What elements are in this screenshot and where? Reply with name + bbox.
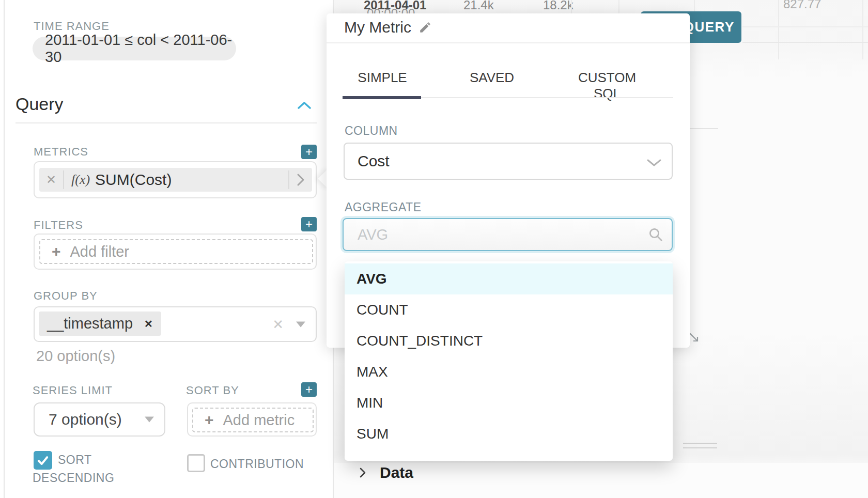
- column-select-value: Cost: [358, 152, 390, 170]
- add-metric-placeholder: Add metric: [223, 412, 295, 429]
- popover-divider: [327, 42, 690, 43]
- add-filter-dropzone[interactable]: + Add filter: [39, 239, 313, 264]
- tag-label: __timestamp: [47, 315, 133, 332]
- tab-custom-sql[interactable]: CUSTOM SQL: [563, 70, 651, 90]
- remove-metric-icon[interactable]: ✕: [39, 173, 63, 187]
- plus-icon: +: [305, 146, 313, 158]
- aggregate-label: AGGREGATE: [345, 200, 422, 214]
- control-panel: TIME RANGE 2011-01-01 ≤ col < 2011-06-30…: [0, 0, 334, 498]
- add-metric-button[interactable]: +: [301, 145, 317, 159]
- series-limit-select[interactable]: 7 option(s): [34, 402, 165, 437]
- aggregate-input[interactable]: [343, 218, 673, 251]
- section-divider: [16, 122, 317, 123]
- panel-left-border: [4, 0, 5, 498]
- chart-explore-page: 2011-04-01 00:00:00 21.4k 18.2k 827.77 D…: [0, 0, 868, 498]
- add-sort-metric-dropzone[interactable]: + Add metric: [192, 408, 314, 432]
- filters-label: FILTERS: [34, 219, 83, 232]
- metrics-field: ✕ f(x) SUM(Cost): [34, 161, 317, 198]
- group-by-label: GROUP BY: [34, 289, 98, 303]
- popover-title-row: My Metric: [344, 19, 432, 36]
- filters-field: + Add filter: [34, 234, 317, 270]
- chart-container-border: [683, 443, 717, 444]
- bg-table-value-cell: 827.77: [783, 0, 821, 11]
- plus-icon: +: [205, 412, 214, 428]
- sort-descending-label: SORT DESCENDING: [33, 451, 131, 487]
- table-gridline: [778, 0, 779, 59]
- data-panel-toggle[interactable]: Data: [359, 464, 413, 481]
- popover-title: My Metric: [344, 19, 411, 36]
- series-limit-value: 7 option(s): [49, 411, 122, 428]
- remove-tag-icon[interactable]: ✕: [144, 318, 153, 330]
- menu-option-avg[interactable]: AVG: [345, 263, 673, 294]
- caret-down-icon: [145, 417, 154, 423]
- menu-option-min[interactable]: MIN: [345, 387, 673, 418]
- aggregate-field: [343, 218, 673, 251]
- table-gridline: [742, 42, 868, 43]
- sort-by-label: SORT BY: [186, 384, 239, 397]
- table-gridline: [618, 0, 619, 13]
- column-select[interactable]: Cost: [344, 143, 673, 180]
- chevron-down-icon: [647, 159, 661, 167]
- function-icon: f(x): [71, 172, 90, 188]
- metric-pill[interactable]: ✕ f(x) SUM(Cost): [39, 168, 312, 192]
- menu-option-max[interactable]: MAX: [345, 356, 673, 387]
- bg-table-value-cell: 21.4k: [463, 0, 494, 12]
- menu-option-count[interactable]: COUNT: [345, 294, 673, 325]
- menu-option-sum[interactable]: SUM: [345, 418, 673, 449]
- tab-simple[interactable]: SIMPLE: [344, 70, 421, 90]
- time-range-pill[interactable]: 2011-01-01 ≤ col < 2011-06-30: [33, 37, 236, 60]
- clear-select-icon[interactable]: ✕: [272, 316, 284, 332]
- contribution-checkbox[interactable]: [187, 454, 205, 472]
- metric-expand-control[interactable]: [288, 170, 312, 189]
- chevron-right-icon: [297, 173, 305, 186]
- group-by-select[interactable]: __timestamp ✕ ✕: [34, 306, 317, 342]
- search-icon: [648, 227, 663, 242]
- plus-icon: +: [52, 244, 61, 259]
- plus-icon: +: [305, 218, 313, 230]
- chevron-right-icon: [359, 468, 366, 478]
- table-gridline: [571, 0, 572, 13]
- edit-pencil-icon[interactable]: [419, 21, 432, 34]
- aggregate-dropdown-menu: AVG COUNT COUNT_DISTINCT MAX MIN SUM: [345, 261, 673, 461]
- query-section-title: Query: [16, 94, 64, 114]
- table-gridline: [862, 0, 863, 59]
- series-limit-label: SERIES LIMIT: [33, 384, 113, 397]
- group-by-tag[interactable]: __timestamp ✕: [39, 312, 161, 336]
- contribution-label: CONTRIBUTION: [210, 455, 304, 473]
- data-panel-strip: [334, 463, 868, 498]
- group-by-options-hint: 20 option(s): [36, 348, 115, 365]
- add-sort-metric-button[interactable]: +: [301, 382, 317, 397]
- menu-option-count-distinct[interactable]: COUNT_DISTINCT: [345, 325, 673, 356]
- tab-saved[interactable]: SAVED: [453, 70, 531, 90]
- metrics-label: METRICS: [34, 145, 88, 159]
- sort-by-field: + Add metric: [187, 402, 317, 437]
- bg-table-value-cell: 18.2k: [543, 0, 574, 12]
- add-filter-placeholder: Add filter: [70, 243, 129, 260]
- data-panel-label: Data: [380, 464, 413, 481]
- chart-container-border: [683, 447, 717, 448]
- plus-icon: +: [305, 383, 313, 396]
- column-label: COLUMN: [345, 124, 398, 138]
- caret-down-icon[interactable]: [296, 321, 305, 327]
- tab-active-indicator: [343, 96, 421, 99]
- metric-name: SUM(Cost): [95, 171, 172, 189]
- table-gridline: [742, 26, 868, 27]
- chevron-up-icon[interactable]: [298, 101, 311, 110]
- pill-divider: [63, 170, 64, 189]
- add-filter-button[interactable]: +: [301, 217, 317, 231]
